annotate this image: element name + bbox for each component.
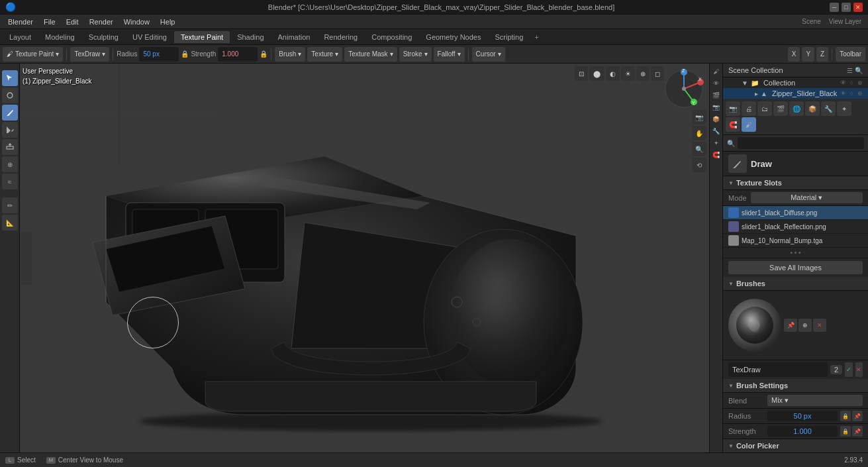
cursor-button[interactable]: Cursor ▾: [472, 47, 505, 62]
viewport-shading-render[interactable]: ☀: [621, 66, 635, 81]
rotate-icon[interactable]: ⟲: [692, 158, 706, 172]
texture-dropdown-button[interactable]: Texture ▾: [307, 47, 342, 62]
brushes-section-header[interactable]: ▼ Brushes: [723, 277, 868, 291]
falloff-dropdown-button[interactable]: Falloff ▾: [434, 47, 465, 62]
brush-discard-icon[interactable]: ✕: [855, 362, 863, 377]
menu-help[interactable]: Help: [155, 17, 181, 27]
brush-select-button[interactable]: TexDraw ▾: [70, 47, 109, 62]
strength-pin-icon[interactable]: 📌: [852, 426, 863, 437]
tab-layout[interactable]: Layout: [3, 31, 38, 43]
smear-tool[interactable]: ≈: [2, 174, 18, 189]
props-search-input[interactable]: [738, 137, 864, 149]
strength-setting-value[interactable]: 1.000: [767, 426, 838, 437]
brush-dropdown-button[interactable]: Brush ▾: [275, 47, 305, 62]
strength-lock-icon[interactable]: 🔒: [840, 426, 851, 437]
y-axis-button[interactable]: Y: [802, 47, 814, 62]
collection-camera-icon[interactable]: ○: [850, 79, 853, 86]
modifier-props-icon[interactable]: 🔧: [821, 101, 836, 116]
tab-sculpting[interactable]: Sculpting: [82, 31, 125, 43]
sidebar-object-icon[interactable]: 📦: [711, 114, 722, 125]
measure-tool[interactable]: 📐: [2, 215, 18, 231]
texture-slot-0[interactable]: slider1_black_Diffuse.png: [723, 206, 868, 220]
material-props-icon[interactable]: 🖌: [742, 117, 756, 132]
texture-slots-section-header[interactable]: ▼ Texture Slots: [723, 176, 868, 190]
mode-dropdown[interactable]: Material ▾: [751, 192, 863, 203]
add-workspace-button[interactable]: +: [530, 31, 542, 43]
texture-mask-dropdown-button[interactable]: Texture Mask ▾: [344, 47, 397, 62]
collection-row[interactable]: ▼ 📁 Collection 👁 ○ ⊕: [723, 78, 868, 88]
erase-tool[interactable]: [2, 139, 18, 155]
clone-tool[interactable]: ⊕: [2, 156, 18, 172]
mode-selector[interactable]: 🖌 Texture Paint ▾: [3, 47, 63, 62]
filter-icon[interactable]: ☰: [847, 67, 853, 74]
viewport-xray-toggle[interactable]: ◻: [651, 66, 664, 81]
collection-render-icon[interactable]: ⊕: [857, 79, 863, 86]
sidebar-scene-icon[interactable]: 🎬: [711, 90, 722, 101]
viewport-shading-wire[interactable]: ⊡: [575, 66, 588, 81]
object-props-icon[interactable]: 📦: [805, 101, 820, 116]
brush-settings-section-header[interactable]: ▼ Brush Settings: [723, 379, 868, 393]
texdraw-tool[interactable]: [2, 105, 18, 121]
sidebar-render-icon[interactable]: 📷: [711, 102, 722, 113]
collection-eye-icon[interactable]: 👁: [840, 79, 846, 86]
move-icon[interactable]: ✋: [692, 126, 706, 140]
texture-slot-1[interactable]: slider1_black_Reflection.png: [723, 220, 868, 234]
z-axis-button[interactable]: Z: [816, 47, 828, 62]
strength-lock-icon[interactable]: 🔒: [260, 50, 267, 58]
menu-file[interactable]: File: [38, 17, 61, 27]
tab-compositing[interactable]: Compositing: [365, 31, 418, 43]
brush-save-icon[interactable]: ✓: [845, 362, 852, 377]
menu-blender[interactable]: Blender: [3, 17, 38, 27]
close-button[interactable]: ✕: [853, 3, 863, 12]
maximize-button[interactable]: □: [842, 3, 851, 12]
particles-props-icon[interactable]: ✦: [837, 101, 851, 116]
save-all-images-button[interactable]: Save All Images: [728, 261, 863, 274]
tab-modeling[interactable]: Modeling: [38, 31, 81, 43]
viewport-overlay-toggle[interactable]: ⊕: [636, 66, 650, 81]
annotate-tool[interactable]: ✏: [2, 197, 18, 213]
brush-pinned-icon[interactable]: 📌: [784, 319, 797, 332]
sidebar-view-icon[interactable]: 👁: [711, 78, 722, 89]
tab-texture-paint[interactable]: Texture Paint: [174, 31, 230, 43]
view-layer-props-icon[interactable]: 🗂: [757, 101, 772, 116]
radius-lock-icon[interactable]: 🔒: [840, 411, 851, 421]
radius-lock-icon[interactable]: 🔒: [181, 50, 189, 58]
physics-props-icon[interactable]: 🧲: [726, 117, 740, 132]
tab-scripting[interactable]: Scripting: [488, 31, 530, 43]
brush-name-input[interactable]: [728, 362, 828, 377]
tab-animation[interactable]: Animation: [271, 31, 317, 43]
toolbar-toggle-button[interactable]: Toolbar: [836, 47, 865, 62]
tab-shading[interactable]: Shading: [230, 31, 270, 43]
sidebar-modifier-icon[interactable]: 🔧: [711, 126, 722, 136]
menu-window[interactable]: Window: [119, 17, 155, 27]
strength-value-field[interactable]: 1.000: [218, 47, 258, 62]
sidebar-particles-icon[interactable]: ✦: [711, 138, 722, 148]
draw-tool[interactable]: [2, 87, 18, 103]
scene-search-icon[interactable]: 🔍: [855, 67, 863, 74]
scene-props-icon[interactable]: 🎬: [773, 101, 788, 116]
tab-uv-editing[interactable]: UV Editing: [126, 31, 173, 43]
scroll-handle[interactable]: [21, 232, 32, 285]
fill-tool[interactable]: [2, 122, 18, 138]
render-props-icon[interactable]: 📷: [726, 101, 740, 116]
object-camera-icon[interactable]: ○: [850, 90, 853, 97]
tab-rendering[interactable]: Rendering: [317, 31, 364, 43]
radius-value-field[interactable]: 50 px: [139, 47, 179, 62]
texture-slot-2[interactable]: Map_10_Normal_Bump.tga: [723, 234, 868, 248]
viewport-shading-material[interactable]: ◐: [606, 66, 620, 81]
stroke-dropdown-button[interactable]: Stroke ▾: [399, 47, 432, 62]
radius-pin-icon[interactable]: 📌: [852, 411, 863, 421]
world-props-icon[interactable]: 🌐: [789, 101, 804, 116]
radius-setting-value[interactable]: 50 px: [767, 411, 838, 421]
blend-dropdown[interactable]: Mix ▾: [767, 395, 863, 406]
tab-geometry-nodes[interactable]: Geometry Nodes: [419, 31, 487, 43]
viewport-shading-solid[interactable]: ⬤: [589, 66, 604, 81]
minimize-button[interactable]: ─: [830, 3, 839, 12]
brush-copy-icon[interactable]: ⊕: [798, 319, 812, 332]
sidebar-active-tool-icon[interactable]: 🖌: [711, 66, 722, 77]
brush-delete-icon[interactable]: ✕: [813, 319, 826, 332]
select-tool[interactable]: [2, 70, 18, 86]
zoom-icon[interactable]: 🔍: [692, 142, 706, 156]
object-eye-icon[interactable]: 👁: [840, 90, 846, 97]
x-axis-button[interactable]: X: [788, 47, 800, 62]
